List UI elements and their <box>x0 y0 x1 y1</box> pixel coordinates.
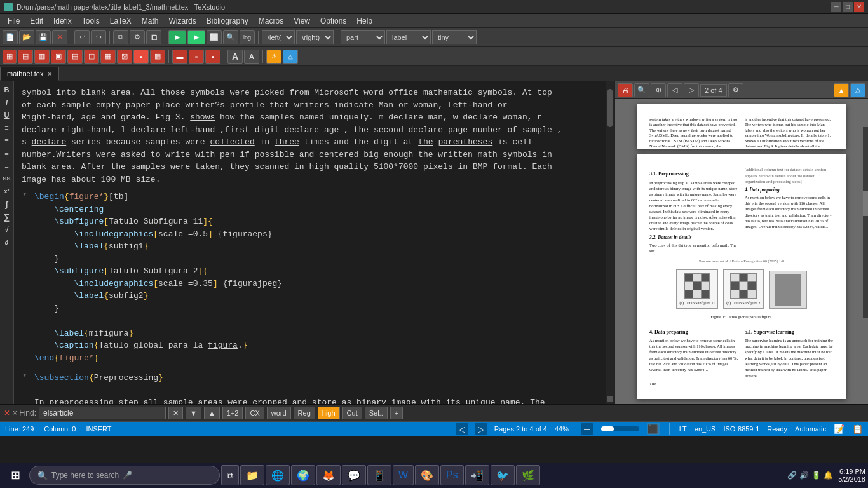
pdf-nav-btn2[interactable]: ▷ <box>475 423 487 435</box>
figure-collapse-btn[interactable]: ▼ <box>23 191 26 200</box>
task-view-btn[interactable]: ⧉ <box>221 465 239 485</box>
taskbar-search[interactable]: 🔍 Type here to search 🎤 <box>29 466 220 485</box>
sqrt-btn[interactable]: √ <box>1 224 13 235</box>
find-sel-btn[interactable]: Sel.. <box>365 407 388 419</box>
find-up-btn[interactable]: ▲ <box>204 407 220 419</box>
taskbar-file-explorer[interactable]: 📁 <box>240 465 264 485</box>
find-plus-btn[interactable]: + <box>390 407 403 419</box>
zoom-minus-btn[interactable]: ─ <box>581 423 593 435</box>
pdf-nav-right[interactable]: ▷ <box>684 83 699 97</box>
menu-bibliography[interactable]: Bibliography <box>201 15 254 27</box>
pdf-scroll-thumb[interactable] <box>863 191 868 216</box>
menu-wizards[interactable]: Wizards <box>163 15 201 27</box>
pdf-alert1-btn[interactable]: ▲ <box>834 83 849 97</box>
pdf-alert2-btn[interactable]: △ <box>850 83 865 97</box>
find-word-btn[interactable]: word <box>267 407 291 419</box>
mic-icon[interactable]: 🎤 <box>123 471 132 480</box>
font-large[interactable]: A <box>227 50 243 64</box>
pdf-tb-btn5[interactable]: ▤ <box>67 50 83 64</box>
underline-btn[interactable]: U <box>1 109 13 121</box>
pdf-nav-left[interactable]: ◁ <box>667 83 682 97</box>
align-left-btn[interactable]: ≡ <box>1 122 13 133</box>
search-button[interactable]: 🔍 <box>223 30 238 44</box>
integral-btn[interactable]: ∫ <box>1 198 13 210</box>
menu-macros[interactable]: Macros <box>254 15 288 27</box>
find-down-btn[interactable]: ▼ <box>186 407 201 419</box>
menu-view[interactable]: View <box>288 15 315 27</box>
pdf-zoom-btn[interactable]: ⊕ <box>651 83 666 97</box>
warn-btn2[interactable]: △ <box>283 50 298 64</box>
close-x-button[interactable]: ✕ <box>52 30 67 44</box>
find-input[interactable] <box>39 407 166 419</box>
taskbar-edge[interactable]: 🌐 <box>266 465 290 485</box>
pdf-scrollbar[interactable] <box>863 127 868 318</box>
taskbar-app12[interactable]: 🌿 <box>516 465 540 485</box>
pdf-content[interactable]: system takes are they windows writer's s… <box>615 99 868 404</box>
new-button[interactable]: 📄 <box>3 30 18 44</box>
pdf-nav-btn1[interactable]: ◁ <box>456 423 468 435</box>
pdf-search-btn[interactable]: 🔍 <box>634 83 649 97</box>
zoom-scroll-btn[interactable]: ⬛ <box>647 423 660 435</box>
sum-btn[interactable]: ∑ <box>1 211 13 222</box>
tab-mathnet[interactable]: mathnet.tex ✕ <box>0 67 59 81</box>
menu-math[interactable]: Math <box>137 15 164 27</box>
part-select[interactable]: part <box>341 30 385 44</box>
taskbar-twitter[interactable]: 🐦 <box>491 465 515 485</box>
editor-scrollbar[interactable]: │ <box>606 81 614 404</box>
preprocessing-collapse-btn[interactable]: ▼ <box>23 372 26 381</box>
bold-btn[interactable]: B <box>1 84 13 95</box>
close-button[interactable]: ✕ <box>854 2 864 12</box>
stop-button[interactable]: ⬜ <box>207 30 222 44</box>
warn-btn1[interactable]: ⚠ <box>266 50 281 64</box>
maximize-button[interactable]: □ <box>843 2 853 12</box>
tiny-select[interactable]: tiny <box>432 30 477 44</box>
find-close-btn[interactable]: ✕ <box>4 409 10 417</box>
run-button[interactable]: ▶ <box>187 30 205 44</box>
pdf-tb-btn1[interactable]: ▦ <box>3 50 17 64</box>
menu-file[interactable]: File <box>3 15 25 27</box>
copy-button[interactable]: ⧉ <box>113 30 128 44</box>
partial-btn[interactable]: ∂ <box>1 236 13 248</box>
menu-tools[interactable]: Tools <box>77 15 105 27</box>
find-clear-btn[interactable]: ✕ <box>168 407 183 419</box>
left-paren-select[interactable]: \left( <box>262 30 295 44</box>
pdf-tb-btn3[interactable]: ▥ <box>34 50 50 64</box>
find-reg-btn[interactable]: Reg <box>294 407 315 419</box>
pdf-tb-btn2[interactable]: ▤ <box>18 50 33 64</box>
find-high-btn[interactable]: high <box>318 407 340 419</box>
taskbar-photoshop[interactable]: Ps <box>440 465 464 485</box>
find-cx-btn[interactable]: CX <box>245 407 264 419</box>
open-button[interactable]: 📂 <box>19 30 34 44</box>
align-right-btn[interactable]: ≡ <box>1 147 13 159</box>
zoom-slider[interactable] <box>601 426 639 431</box>
zoom-thumb[interactable] <box>601 426 614 431</box>
menu-idefix[interactable]: Idefix <box>48 15 77 27</box>
pdf-tb-btn12[interactable]: ▫ <box>189 50 204 64</box>
pdf-tb-btn13[interactable]: ▪ <box>205 50 220 64</box>
clock-display[interactable]: 6:19 PM 5/2/2018 <box>838 468 865 483</box>
save-button[interactable]: 💾 <box>36 30 51 44</box>
menu-help[interactable]: Help <box>351 15 377 27</box>
pdf-print-btn[interactable]: 🖨 <box>618 83 633 97</box>
menu-latex[interactable]: LaTeX <box>105 15 137 27</box>
editor-scroll-thumb[interactable] <box>607 89 613 127</box>
start-button[interactable]: ⊞ <box>3 463 28 487</box>
minimize-button[interactable]: ─ <box>831 2 841 12</box>
menu-options[interactable]: Options <box>315 15 351 27</box>
scroll-down-btn[interactable] <box>607 396 613 402</box>
pdf-tb-btn11[interactable]: ▬ <box>172 50 187 64</box>
font-small[interactable]: A <box>244 50 259 64</box>
log-button[interactable]: log <box>240 30 255 44</box>
pdf-tb-btn4[interactable]: ▣ <box>51 50 66 64</box>
taskbar-app6[interactable]: 📱 <box>367 465 391 485</box>
tab-close-btn[interactable]: ✕ <box>47 71 52 78</box>
list-btn[interactable]: ≡ <box>1 160 13 172</box>
pdf-settings-btn[interactable]: ⚙ <box>728 83 743 97</box>
italic-btn[interactable]: I <box>1 97 13 108</box>
pdf-tb-btn6[interactable]: ◫ <box>84 50 99 64</box>
subscript-btn[interactable]: SS <box>1 173 13 184</box>
redo-button[interactable]: ↪ <box>91 30 106 44</box>
taskbar-whatsapp[interactable]: 📲 <box>465 465 489 485</box>
menu-edit[interactable]: Edit <box>25 15 48 27</box>
taskbar-firefox[interactable]: 🦊 <box>316 465 341 485</box>
